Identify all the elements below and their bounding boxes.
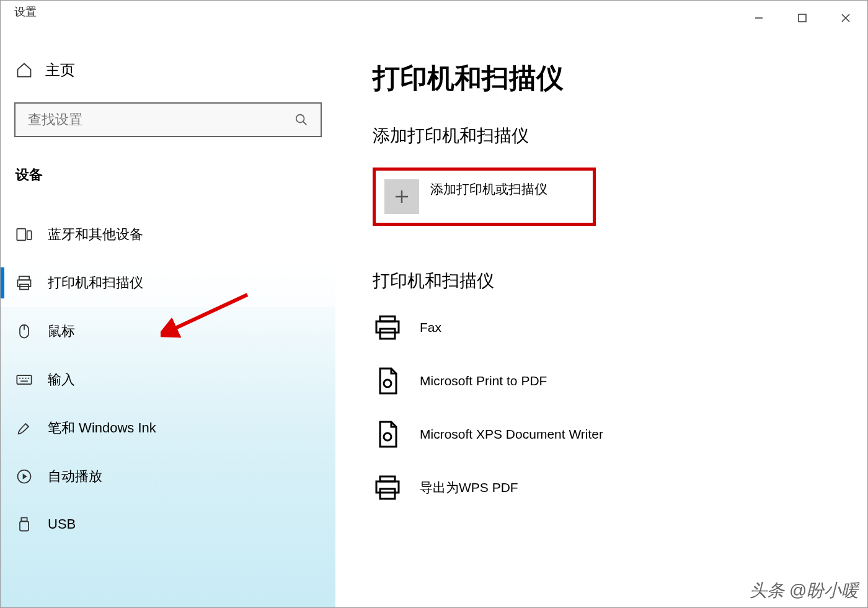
sidebar-item-autoplay[interactable]: 自动播放 xyxy=(1,452,335,501)
svg-rect-7 xyxy=(27,231,32,239)
sidebar-item-label: 鼠标 xyxy=(48,322,75,341)
printer-item[interactable]: 导出为WPS PDF xyxy=(373,473,830,503)
svg-marker-21 xyxy=(23,473,27,479)
nav-list: 蓝牙和其他设备 打印机和扫描仪 鼠标 xyxy=(1,210,335,548)
watermark: 头条 @盼小暖 xyxy=(750,579,859,602)
printer-pdf-icon xyxy=(373,366,402,396)
plus-icon xyxy=(384,179,419,214)
svg-point-31 xyxy=(384,380,391,387)
sidebar-item-printers[interactable]: 打印机和扫描仪 xyxy=(1,259,335,307)
svg-rect-35 xyxy=(380,489,395,499)
pen-icon xyxy=(16,419,33,437)
svg-line-19 xyxy=(25,424,29,427)
add-printer-label: 添加打印机或扫描仪 xyxy=(430,179,547,198)
titlebar: 设置 xyxy=(1,1,867,28)
sidebar-item-typing[interactable]: 输入 xyxy=(1,355,335,404)
printer-list: Fax Microsoft Print to PDF Microsoft XPS… xyxy=(373,313,830,503)
search-icon xyxy=(294,113,308,127)
sidebar-item-label: 蓝牙和其他设备 xyxy=(48,225,143,244)
printer-xps-icon xyxy=(373,419,402,449)
printer-item[interactable]: Microsoft Print to PDF xyxy=(373,366,830,396)
printer-label: Microsoft Print to PDF xyxy=(420,373,547,388)
svg-line-5 xyxy=(303,122,307,125)
sidebar-item-mouse[interactable]: 鼠标 xyxy=(1,307,335,355)
search-field[interactable] xyxy=(28,112,294,128)
printer-label: Fax xyxy=(420,320,441,335)
sidebar-item-label: 自动播放 xyxy=(48,467,102,486)
autoplay-icon xyxy=(16,468,33,485)
window-title: 设置 xyxy=(14,4,37,19)
list-section-title: 打印机和扫描仪 xyxy=(373,269,830,293)
sidebar: 主页 设备 蓝牙和其他设备 xyxy=(1,28,335,607)
home-label: 主页 xyxy=(45,60,75,80)
home-icon xyxy=(16,61,33,79)
search-input[interactable] xyxy=(14,102,322,137)
bluetooth-devices-icon xyxy=(16,226,33,243)
svg-rect-1 xyxy=(799,14,806,22)
sidebar-item-label: 打印机和扫描仪 xyxy=(48,274,143,292)
printer-icon xyxy=(16,274,33,292)
add-printer-button[interactable]: 添加打印机或扫描仪 xyxy=(373,168,596,226)
printer-label: 导出为WPS PDF xyxy=(420,479,518,496)
main-content: 打印机和扫描仪 添加打印机和扫描仪 添加打印机或扫描仪 打印机和扫描仪 Fax xyxy=(335,28,867,607)
svg-point-4 xyxy=(296,115,304,123)
sidebar-item-pen[interactable]: 笔和 Windows Ink xyxy=(1,404,335,452)
usb-icon xyxy=(16,516,33,533)
category-label: 设备 xyxy=(1,166,335,210)
svg-rect-6 xyxy=(17,229,25,241)
svg-rect-23 xyxy=(20,521,29,530)
home-nav[interactable]: 主页 xyxy=(1,60,335,102)
printer-item[interactable]: Fax xyxy=(373,313,830,342)
printer-icon xyxy=(373,313,402,342)
sidebar-item-label: 输入 xyxy=(48,370,75,389)
printer-icon xyxy=(373,473,402,503)
page-title: 打印机和扫描仪 xyxy=(373,60,830,97)
sidebar-item-label: USB xyxy=(48,516,76,532)
sidebar-item-usb[interactable]: USB xyxy=(1,501,335,548)
add-section-title: 添加打印机和扫描仪 xyxy=(373,124,830,148)
sidebar-item-label: 笔和 Windows Ink xyxy=(48,419,156,437)
svg-rect-22 xyxy=(21,518,27,522)
keyboard-icon xyxy=(16,371,33,388)
sidebar-item-bluetooth[interactable]: 蓝牙和其他设备 xyxy=(1,210,335,259)
printer-label: Microsoft XPS Document Writer xyxy=(420,427,603,442)
svg-rect-13 xyxy=(17,375,31,384)
mouse-icon xyxy=(16,323,33,340)
svg-point-32 xyxy=(384,433,391,440)
svg-rect-30 xyxy=(380,329,395,339)
printer-item[interactable]: Microsoft XPS Document Writer xyxy=(373,419,830,449)
